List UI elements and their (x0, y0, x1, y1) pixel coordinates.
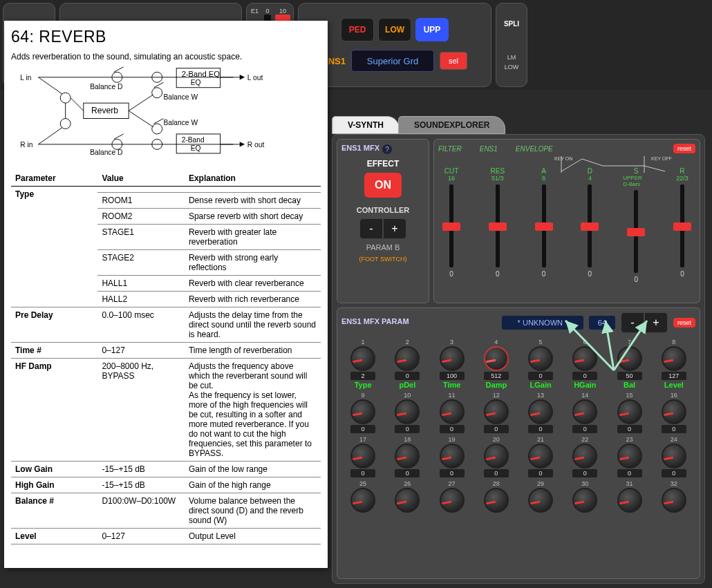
knob-grid: 12Type20pDel3100Time4512Damp50LGain60HGa… (341, 339, 695, 513)
knob-dial[interactable] (528, 488, 553, 513)
mfx-plus[interactable]: + (644, 312, 668, 333)
knob-dial[interactable] (572, 399, 597, 424)
knob-5[interactable]: 50LGain (519, 339, 562, 389)
knob-dial[interactable] (572, 488, 597, 513)
knob-dial[interactable] (572, 444, 597, 468)
knob-dial[interactable] (350, 444, 375, 468)
knob-dial[interactable] (484, 399, 509, 424)
help-icon[interactable]: ? (382, 144, 392, 154)
knob-23[interactable]: 230 (608, 436, 651, 477)
slider-track[interactable] (496, 184, 500, 267)
knob-4[interactable]: 4512Damp (475, 339, 518, 389)
knob-28[interactable]: 28 (475, 480, 518, 513)
knob-18[interactable]: 180 (386, 436, 429, 477)
knob-3[interactable]: 3100Time (431, 339, 474, 389)
knob-dial[interactable] (662, 444, 686, 468)
env-slider-res[interactable]: RES51/30 (485, 167, 511, 283)
controller-plus[interactable]: + (383, 218, 406, 239)
slider-track[interactable] (542, 184, 546, 267)
knob-dial[interactable] (440, 399, 465, 424)
knob-dial[interactable] (572, 346, 597, 371)
ped-button-2[interactable]: PED (341, 18, 374, 41)
knob-13[interactable]: 130 (519, 392, 562, 433)
tab-soundexplorer[interactable]: SOUNDEXPLORER (398, 116, 505, 134)
knob-dial[interactable] (350, 399, 375, 424)
knob-11[interactable]: 110 (431, 392, 474, 433)
filter-envelope-box: FILTER ENS1 ENVELOPE reset KEY ON KEY OF… (433, 139, 700, 303)
knob-14[interactable]: 140 (563, 392, 606, 433)
low-button-2[interactable]: LOW (378, 18, 411, 41)
knob-dial[interactable] (617, 399, 642, 424)
knob-26[interactable]: 26 (386, 480, 429, 513)
knob-dial[interactable] (662, 399, 686, 424)
knob-22[interactable]: 220 (563, 436, 606, 477)
env-slider-r[interactable]: R22/30 (669, 167, 695, 283)
env-slider-a[interactable]: A80 (531, 167, 557, 283)
knob-dial[interactable] (395, 346, 420, 371)
tab-vsynth[interactable]: V-SYNTH (332, 116, 400, 134)
env-slider-s[interactable]: SUPPER D-Bars0 (623, 167, 649, 283)
mfx-num-lcd[interactable]: 64 (589, 316, 615, 330)
knob-dial[interactable] (662, 488, 686, 513)
slider-track[interactable] (680, 184, 684, 267)
knob-2[interactable]: 20pDel (386, 339, 429, 389)
knob-dial[interactable] (484, 444, 509, 468)
knob-dial[interactable] (528, 346, 553, 371)
knob-dial[interactable] (395, 488, 420, 513)
sel-button-2[interactable]: sel (440, 52, 467, 70)
knob-dial[interactable] (395, 444, 420, 468)
knob-30[interactable]: 30 (563, 480, 606, 513)
knob-12[interactable]: 120 (475, 392, 518, 433)
knob-31[interactable]: 31 (608, 480, 651, 513)
knob-32[interactable]: 32 (653, 480, 695, 513)
knob-24[interactable]: 240 (653, 436, 695, 477)
knob-dial[interactable] (617, 444, 642, 468)
slider-track[interactable] (588, 184, 592, 267)
upp-button-3[interactable]: UPP (415, 18, 449, 41)
env-reset-button[interactable]: reset (673, 144, 695, 153)
effect-on-button[interactable]: ON (364, 173, 402, 198)
knob-19[interactable]: 190 (431, 436, 474, 477)
value-cell (97, 187, 321, 193)
knob-dial[interactable] (617, 346, 642, 371)
knob-27[interactable]: 27 (431, 480, 474, 513)
knob-dial[interactable] (528, 444, 553, 468)
knob-dial[interactable] (440, 444, 465, 468)
knob-value: 0 (484, 469, 509, 477)
knob-7[interactable]: 750Bal (608, 339, 651, 389)
knob-9[interactable]: 90 (341, 392, 384, 433)
mfx-minus[interactable]: - (621, 312, 644, 333)
patch-name[interactable]: Superior Grd (351, 50, 434, 72)
knob-dial[interactable] (440, 346, 465, 371)
controller-minus[interactable]: - (359, 218, 383, 239)
env-slider-d[interactable]: D40 (577, 167, 603, 283)
knob-20[interactable]: 200 (475, 436, 518, 477)
knob-29[interactable]: 29 (519, 480, 562, 513)
knob-25[interactable]: 25 (341, 480, 384, 513)
knob-10[interactable]: 100 (386, 392, 429, 433)
knob-1[interactable]: 12Type (341, 339, 384, 389)
mfx-name-lcd[interactable]: * UNKNOWN * (502, 316, 583, 330)
knob-dial[interactable] (350, 488, 375, 513)
slider-track[interactable] (449, 184, 453, 267)
knob-dial[interactable] (662, 346, 686, 371)
knob-dial[interactable] (484, 346, 509, 371)
slider-topval: 16 (448, 175, 455, 182)
knob-8[interactable]: 8127Level (653, 339, 695, 389)
param-table: Parameter Value Explanation TypeROOM1Den… (11, 171, 321, 544)
knob-21[interactable]: 210 (519, 436, 562, 477)
knob-17[interactable]: 170 (341, 436, 384, 477)
env-slider-cut[interactable]: CUT160 (438, 167, 465, 283)
knob-dial[interactable] (617, 488, 642, 513)
knob-15[interactable]: 150 (608, 392, 651, 433)
knob-dial[interactable] (350, 346, 375, 371)
knob-dial[interactable] (528, 399, 553, 424)
slider-track[interactable] (634, 190, 638, 273)
knob-dial[interactable] (484, 488, 509, 513)
knob-dial[interactable] (440, 488, 465, 513)
knob-dial[interactable] (395, 399, 420, 424)
knob-16[interactable]: 160 (653, 392, 695, 433)
knob-6[interactable]: 60HGain (563, 339, 606, 389)
value-cell: HALL2 (97, 292, 184, 307)
mfx-reset-button[interactable]: reset (673, 318, 695, 328)
